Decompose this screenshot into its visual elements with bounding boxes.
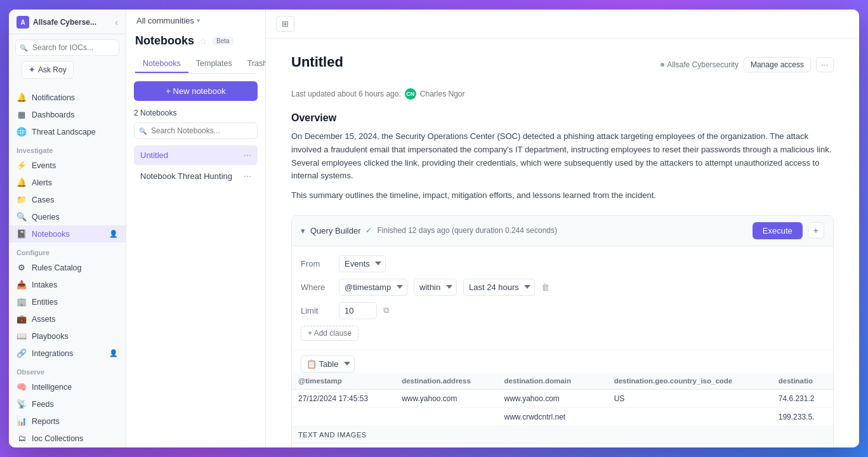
cell-dest-address (395, 443, 497, 447)
query-header-left: ▾ Query Builder ✓ Finished 12 days ago (… (301, 226, 557, 235)
sidebar-item-integrations[interactable]: 🔗 Integrations 👤 (9, 345, 126, 362)
sidebar-item-threat-landscape[interactable]: 🌐 Threat Landscape (9, 123, 126, 140)
sidebar-item-entities[interactable]: 🏢 Entities (9, 293, 126, 310)
cell-timestamp (292, 407, 395, 426)
notebook-item-untitled[interactable]: Untitled ⋯ (134, 145, 258, 165)
community-chevron-icon: ▾ (197, 17, 201, 25)
table-header-row: @timestamp destination.address destinati… (292, 373, 833, 390)
notebooks-body: + New notebook 2 Notebooks 🔍 Untitled ⋯ … (126, 74, 265, 447)
notebooks-search-wrap: 🔍 (134, 123, 258, 139)
sidebar-item-notifications[interactable]: 🔔 Notifications (9, 89, 126, 106)
sidebar-item-cases[interactable]: 📁 Cases (9, 191, 126, 208)
section-divider-row: TEXT AND IMAGES (292, 426, 833, 443)
search-input[interactable] (15, 39, 119, 56)
feeds-icon: 📡 (16, 399, 27, 409)
configure-section-label: Configure (9, 242, 126, 259)
from-select[interactable]: Events (339, 255, 386, 272)
sidebar-item-ioc-collections[interactable]: 🗂 Ioc Collections (9, 430, 126, 447)
notebook-item-label: Notebook Threat Hunting (140, 171, 232, 181)
workspace-name: Allsafe Cybersecurity (667, 60, 739, 69)
cell-dest-extra: 172.66.40. (772, 443, 833, 447)
manage-access-button[interactable]: Manage access (744, 57, 811, 72)
new-notebook-button[interactable]: + New notebook (134, 81, 258, 101)
col-dest-extra: destinatio (772, 373, 833, 390)
notebooks-panel-title: Notebooks (135, 34, 194, 48)
intelligence-icon: 🧠 (16, 382, 27, 392)
sidebar-item-events[interactable]: ⚡ Events (9, 157, 126, 174)
manage-access-label: Manage access (751, 60, 804, 69)
notebook-item-label: Untitled (140, 150, 168, 160)
col-timestamp: @timestamp (292, 373, 395, 390)
notebooks-star-icon[interactable]: ☆ (199, 36, 207, 46)
query-status: Finished 12 days ago (query duration 0.2… (377, 226, 557, 235)
meta-prefix: Last updated about 6 hours ago: (291, 89, 401, 98)
table-row: 27/12/2024 17:45:53 www.yahoo.com www.ya… (292, 389, 833, 407)
sidebar-item-rules-catalog[interactable]: ⚙ Rules Catalog (9, 259, 126, 276)
query-collapse-icon[interactable]: ▾ (301, 226, 305, 235)
notebook-item-actions: ⋯ (244, 151, 251, 160)
section-divider: TEXT AND IMAGES (292, 426, 833, 443)
col-dest-address: destination.address (395, 373, 497, 390)
notebooks-count: 2 Notebooks (134, 109, 258, 117)
sidebar-item-assets[interactable]: 💼 Assets (9, 310, 126, 328)
sidebar-item-queries[interactable]: 🔍 Queries (9, 208, 126, 225)
notebook-meta: Last updated about 6 hours ago: CN Charl… (291, 88, 834, 100)
where-row: Where @timestamp within Last 24 hours 🗑 (301, 279, 824, 296)
cell-dest-address: www.yahoo.com (395, 389, 497, 407)
where-operator-select[interactable]: within (414, 279, 457, 296)
community-selector[interactable]: All communities ▾ (136, 16, 201, 25)
sidebar-collapse-icon[interactable]: ‹ (115, 17, 118, 27)
sidebar-item-playbooks[interactable]: 📖 Playbooks (9, 328, 126, 345)
integrations-user-icon: 👤 (109, 349, 118, 357)
notebook-item-threat-hunting[interactable]: Notebook Threat Hunting ⋯ (134, 166, 258, 186)
limit-input[interactable]: 10 (339, 302, 377, 319)
main-content: ⊞ Untitled Allsafe Cybersecurity Manage … (266, 10, 859, 447)
entities-icon: 🏢 (16, 297, 27, 307)
cell-dest-extra: 74.6.231.2 (772, 389, 833, 407)
toolbar-left: ⊞ (276, 16, 294, 32)
notebooks-user-icon: 👤 (109, 230, 118, 238)
sidebar-item-intakes[interactable]: 📥 Intakes (9, 276, 126, 293)
sidebar-item-label: Threat Landscape (32, 128, 96, 136)
sidebar-item-feeds[interactable]: 📡 Feeds (9, 395, 126, 413)
execute-button[interactable]: Execute (753, 222, 803, 239)
events-icon: ⚡ (16, 161, 27, 170)
copy-limit-icon[interactable]: ⧉ (383, 305, 389, 315)
results-table: @timestamp destination.address destinati… (292, 373, 833, 447)
access-row: Allsafe Cybersecurity Manage access ··· (661, 57, 834, 72)
main-toolbar: ⊞ (266, 10, 859, 39)
ask-roy-button[interactable]: ✦ Ask Roy (22, 61, 74, 79)
expand-button[interactable]: ⊞ (276, 16, 294, 32)
where-time-select[interactable]: Last 24 hours (463, 279, 535, 296)
notebooks-search-input[interactable] (134, 123, 258, 139)
workspace-label: Allsafe Cybersecurity (661, 60, 739, 69)
add-clause-button[interactable]: + Add clause (301, 326, 358, 341)
more-options-button[interactable]: ··· (816, 57, 834, 72)
tab-notebooks[interactable]: Notebooks (135, 55, 188, 73)
col-country: destination.geo.country_iso_code (608, 373, 772, 390)
cell-country: US (608, 443, 772, 447)
sidebar-item-reports[interactable]: 📊 Reports (9, 413, 126, 430)
notebooks-icon: 📓 (16, 229, 27, 239)
new-notebook-label: + New notebook (166, 86, 225, 96)
sidebar-item-notebooks[interactable]: 📓 Notebooks 👤 (9, 225, 126, 242)
sidebar-item-alerts[interactable]: 🔔 Alerts (9, 174, 126, 191)
sidebar-item-dashboards[interactable]: ▦ Dashboards (9, 106, 126, 123)
assets-icon: 💼 (16, 314, 27, 324)
delete-where-icon[interactable]: 🗑 (541, 282, 549, 292)
add-block-button[interactable]: + (808, 222, 824, 239)
alerts-icon: 🔔 (16, 178, 27, 187)
sidebar-item-intelligence[interactable]: 🧠 Intelligence (9, 378, 126, 395)
investigate-section-label: Investigate (9, 140, 126, 157)
query-check-icon: ✓ (365, 226, 372, 235)
cell-country: US (608, 389, 772, 407)
where-field-select[interactable]: @timestamp (339, 279, 407, 296)
tab-templates[interactable]: Templates (188, 55, 240, 73)
rules-catalog-icon: ⚙ (16, 263, 27, 272)
query-body: From Events Where @timestamp within (292, 246, 833, 350)
query-builder-label: Query Builder (310, 226, 360, 235)
queries-icon: 🔍 (16, 212, 27, 222)
view-type-select[interactable]: 📋 Table (301, 355, 355, 373)
notebook-doc-title: Untitled (291, 54, 343, 70)
sidebar-item-label: Integrations (32, 349, 73, 358)
